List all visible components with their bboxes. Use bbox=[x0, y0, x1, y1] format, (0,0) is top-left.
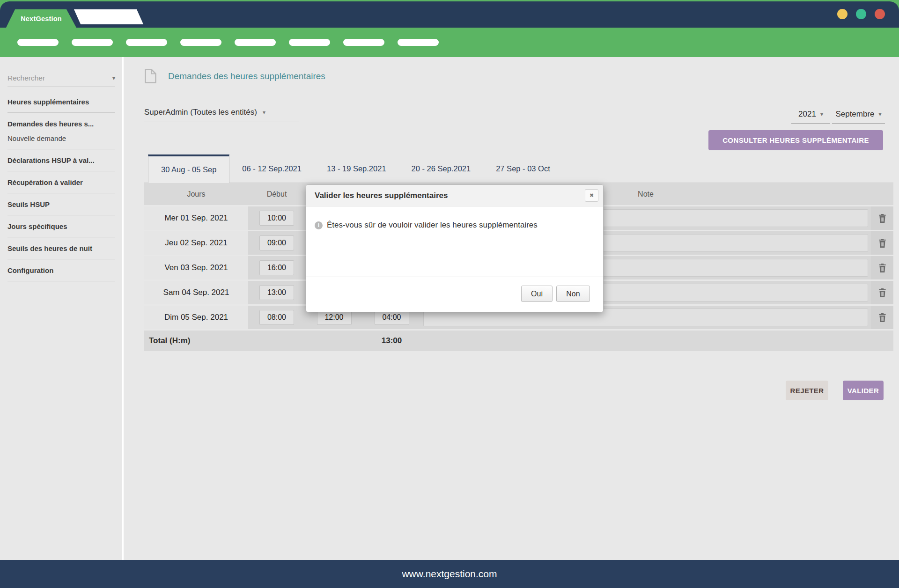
sidebar-search[interactable]: Rechercher ▾ bbox=[7, 74, 115, 87]
sidebar-item-label: Heures supplémentaires bbox=[7, 98, 115, 106]
sidebar-item[interactable]: Seuils des heures de nuit bbox=[7, 237, 115, 259]
total-row: Total (H:m) 13:00 bbox=[144, 331, 893, 351]
column-header-debut: Début bbox=[248, 190, 305, 198]
modal-footer: Oui Non bbox=[306, 277, 603, 302]
brand-name: NextGestion bbox=[21, 15, 62, 22]
close-icon[interactable]: ✖ bbox=[585, 189, 598, 202]
year-select-value: 2021 bbox=[798, 110, 816, 119]
sidebar-item[interactable]: Jours spécifiques bbox=[7, 215, 115, 237]
consult-overtime-button[interactable]: CONSULTER HEURES SUPPLÉMENTAIRE bbox=[708, 130, 883, 150]
debut-cell: 16:00 bbox=[248, 256, 305, 279]
brand-logo: NextGestion bbox=[6, 9, 76, 28]
sidebar-item-label: Récupération à valider bbox=[7, 178, 115, 186]
debut-input[interactable]: 16:00 bbox=[259, 260, 294, 275]
debut-cell: 09:00 bbox=[248, 231, 305, 255]
window-control-dot[interactable] bbox=[837, 9, 847, 19]
chevron-down-icon: ▾ bbox=[263, 110, 265, 115]
debut-input[interactable]: 10:00 bbox=[259, 211, 294, 226]
delete-row-button[interactable] bbox=[871, 231, 893, 255]
day-label: Ven 03 Sep. 2021 bbox=[164, 263, 228, 272]
main-nav-bar bbox=[0, 28, 899, 57]
sidebar-item[interactable]: Demandes des heures s...Nouvelle demande bbox=[7, 113, 115, 149]
entity-select[interactable]: SuperAdmin (Toutes les entités) ▾ bbox=[144, 108, 299, 122]
entity-select-value: SuperAdmin (Toutes les entités) bbox=[144, 108, 257, 117]
sidebar-item[interactable]: Seuils HSUP bbox=[7, 193, 115, 215]
chevron-down-icon: ▾ bbox=[879, 111, 882, 117]
trash-icon bbox=[878, 264, 886, 272]
sidebar-item-label: Jours spécifiques bbox=[7, 222, 115, 230]
sidebar-item-label: Configuration bbox=[7, 266, 115, 274]
footer-url: www.nextgestion.com bbox=[402, 568, 497, 580]
sidebar-item-label: Demandes des heures s... bbox=[7, 120, 115, 128]
week-tab[interactable]: 27 Sep - 03 Oct bbox=[483, 154, 563, 183]
nav-pill-item[interactable] bbox=[72, 39, 113, 46]
reject-button[interactable]: REJETER bbox=[786, 381, 828, 400]
day-cell: Ven 03 Sep. 2021 bbox=[144, 256, 248, 279]
day-cell: Dim 05 Sep. 2021 bbox=[144, 306, 248, 329]
week-tab[interactable]: 20 - 26 Sep.2021 bbox=[399, 154, 484, 183]
delete-row-button[interactable] bbox=[871, 306, 893, 329]
sidebar-menu: Heures supplémentairesDemandes des heure… bbox=[7, 91, 115, 281]
sidebar-item-label: Déclarations HSUP à val... bbox=[7, 156, 115, 164]
nav-pill-item[interactable] bbox=[17, 39, 59, 46]
trash-icon bbox=[878, 288, 886, 297]
day-cell: Sam 04 Sep. 2021 bbox=[144, 281, 248, 304]
year-select[interactable]: 2021 ▾ bbox=[791, 110, 830, 124]
chevron-down-icon: ▾ bbox=[820, 111, 823, 117]
day-cell: Mer 01 Sep. 2021 bbox=[144, 206, 248, 230]
page-title-row: Demandes des heures supplémentaires bbox=[144, 68, 325, 84]
sidebar: Rechercher ▾ Heures supplémentairesDeman… bbox=[0, 57, 124, 560]
modal-body: i Êtes-vous sûr de vouloir valider les h… bbox=[306, 206, 603, 230]
nav-pill-item[interactable] bbox=[180, 39, 221, 46]
modal-title: Valider les heures supplémentaires bbox=[315, 191, 448, 200]
nav-pill-item[interactable] bbox=[235, 39, 276, 46]
validate-button[interactable]: VALIDER bbox=[843, 381, 884, 400]
nav-pill-item[interactable] bbox=[398, 39, 439, 46]
window-control-dot[interactable] bbox=[875, 9, 885, 19]
window-controls bbox=[837, 9, 885, 19]
delete-row-button[interactable] bbox=[871, 206, 893, 230]
info-icon: i bbox=[315, 221, 323, 229]
total-value: 13:00 bbox=[363, 336, 420, 345]
no-button[interactable]: Non bbox=[556, 286, 590, 302]
week-tab[interactable]: 13 - 19 Sep.2021 bbox=[314, 154, 399, 183]
debut-cell: 10:00 bbox=[248, 206, 305, 230]
chevron-down-icon: ▾ bbox=[112, 75, 115, 81]
debut-input[interactable]: 08:00 bbox=[259, 310, 294, 325]
sidebar-item[interactable]: Récupération à valider bbox=[7, 171, 115, 193]
week-tab[interactable]: 06 - 12 Sep.2021 bbox=[229, 154, 314, 183]
sidebar-subitem[interactable]: Nouvelle demande bbox=[7, 134, 115, 142]
debut-cell: 08:00 bbox=[248, 306, 305, 329]
page-title: Demandes des heures supplémentaires bbox=[168, 71, 325, 81]
brand-accent-shape bbox=[74, 9, 143, 24]
day-label: Jeu 02 Sep. 2021 bbox=[165, 238, 227, 248]
debut-cell: 13:00 bbox=[248, 281, 305, 304]
sidebar-item[interactable]: Configuration bbox=[7, 259, 115, 281]
search-placeholder: Rechercher bbox=[7, 74, 45, 82]
sidebar-item[interactable]: Heures supplémentaires bbox=[7, 91, 115, 113]
yes-button[interactable]: Oui bbox=[521, 286, 553, 302]
month-select[interactable]: Septembre ▾ bbox=[832, 110, 885, 124]
modal-message: Êtes-vous sûr de vouloir valider les heu… bbox=[327, 220, 538, 230]
nav-pill-item[interactable] bbox=[289, 39, 330, 46]
sidebar-item-label: Seuils HSUP bbox=[7, 200, 115, 208]
sidebar-item[interactable]: Déclarations HSUP à val... bbox=[7, 149, 115, 171]
document-icon bbox=[144, 68, 157, 84]
day-label: Dim 05 Sep. 2021 bbox=[164, 313, 228, 322]
debut-input[interactable]: 13:00 bbox=[259, 285, 294, 300]
total-label: Total (H:m) bbox=[144, 336, 363, 345]
app-window: NextGestion Rechercher ▾ Heures suppléme… bbox=[0, 0, 899, 588]
nav-pill-item[interactable] bbox=[126, 39, 167, 46]
window-control-dot[interactable] bbox=[856, 9, 866, 19]
delete-row-button[interactable] bbox=[871, 281, 893, 304]
footer: www.nextgestion.com bbox=[0, 560, 899, 588]
week-tab[interactable]: 30 Aug - 05 Sep bbox=[148, 154, 229, 183]
trash-icon bbox=[878, 239, 886, 248]
delete-row-button[interactable] bbox=[871, 256, 893, 279]
nav-pill-item[interactable] bbox=[343, 39, 384, 46]
week-tabs: 30 Aug - 05 Sep06 - 12 Sep.202113 - 19 S… bbox=[144, 154, 893, 183]
debut-input[interactable]: 09:00 bbox=[259, 235, 294, 250]
month-select-value: Septembre bbox=[835, 110, 874, 119]
column-header-jours: Jours bbox=[144, 190, 248, 198]
validate-overtime-modal: Valider les heures supplémentaires ✖ i Ê… bbox=[306, 184, 604, 312]
